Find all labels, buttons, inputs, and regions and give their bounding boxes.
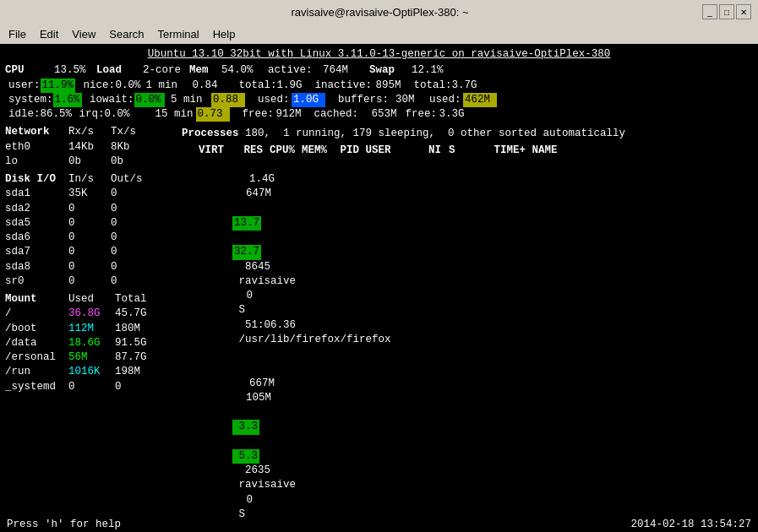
mount-run: /run 1016K 198M — [5, 365, 178, 379]
processes-count: 180, 1 running, 179 sleeping, 0 other so… — [239, 127, 626, 141]
mem-used-val: 1.0G — [292, 93, 325, 107]
iowait-val: 0.0% — [134, 93, 165, 107]
swap-used-label: used: — [429, 93, 463, 107]
left-panel: Network Rx/s Tx/s eth0 14Kb 8Kb lo 0b 0b… — [5, 125, 178, 532]
stats-row-1: CPU 13.5% Load 2-core Mem 54.0% active: … — [5, 63, 753, 78]
help-text: Press 'h' for help — [7, 518, 121, 530]
mount-systemd-used: 0 — [68, 380, 115, 394]
sr0-name: sr0 — [5, 274, 68, 289]
txs-header: Tx/s — [111, 125, 136, 139]
total-header: Total — [115, 292, 147, 307]
load-5min-val: 0.88 — [211, 93, 245, 107]
sr0-in: 0 — [68, 274, 111, 289]
mem-free-label: free: — [243, 107, 276, 122]
nice-val: 0.0% — [116, 79, 146, 93]
cpu-total: 13.5% — [54, 63, 96, 78]
swap-percent: 12.1% — [412, 63, 444, 78]
mount-root-name: / — [5, 307, 68, 321]
mount-data-used: 18.6G — [68, 336, 115, 350]
mount-personal: /ersonal 56M 87.7G — [5, 350, 178, 365]
mount-header-row: Mount Used Total — [5, 292, 178, 307]
sda7-out: 0 — [111, 245, 117, 259]
system-val: 1.6% — [53, 93, 82, 107]
idle-label: idle: — [5, 107, 41, 122]
mount-run-total: 198M — [115, 365, 140, 379]
mount-run-name: /run — [5, 365, 68, 379]
lo-name: lo — [5, 155, 68, 169]
subtitle: Ubuntu 13.10 32bit with Linux 3.11.0-13-… — [5, 47, 753, 62]
sda7-in: 0 — [68, 245, 111, 259]
menu-file[interactable]: File — [3, 26, 31, 42]
sda1-in: 35K — [68, 187, 111, 201]
eth0-tx: 8Kb — [111, 140, 130, 155]
menu-search[interactable]: Search — [104, 26, 149, 42]
mount-boot: /boot 112M 180M — [5, 322, 178, 336]
user-label: user: — [5, 79, 41, 93]
stats-row-3: system: 1.6% iowait: 0.0% 5 min 0.88 use… — [5, 93, 753, 107]
nice-label: nice: — [82, 79, 116, 93]
mount-run-used: 1016K — [68, 365, 115, 379]
buffers-label: buffers: — [338, 93, 395, 107]
sda6-in: 0 — [68, 231, 111, 245]
disk-sr0: sr0 0 0 — [5, 274, 178, 289]
outs-header: Out/s — [111, 172, 143, 187]
load-15min-val: 0.73 — [196, 107, 230, 122]
sda6-name: sda6 — [5, 231, 68, 245]
active-label: active: — [268, 63, 323, 78]
cached-val: 653M — [372, 107, 406, 122]
disk-sda1: sda1 35K 0 — [5, 187, 178, 201]
processes-label: Processes — [182, 127, 239, 141]
mem-percent: 54.0% — [221, 63, 268, 78]
stats-row-2: user: 11.9% nice: 0.0% 1 min 0.84 total:… — [5, 79, 753, 93]
mount-data-name: /data — [5, 336, 68, 350]
disk-header-row: Disk I/O In/s Out/s — [5, 172, 178, 187]
mount-data-total: 91.5G — [115, 336, 147, 350]
minimize-button[interactable]: _ — [702, 4, 717, 19]
mount-systemd-total: 0 — [115, 380, 122, 394]
middle-section: Network Rx/s Tx/s eth0 14Kb 8Kb lo 0b 0b… — [5, 125, 753, 532]
disk-sda5: sda5 0 0 — [5, 216, 178, 231]
network-label: Network — [5, 125, 68, 139]
swap-total-label: total: — [414, 79, 452, 93]
proc-row-1: 1.4G 647M 13.7 32.7 8645 ravisaive 0 S 5… — [182, 158, 753, 362]
irq-val: 0.0% — [105, 107, 155, 122]
eth0-rx: 14Kb — [68, 140, 111, 155]
network-lo: lo 0b 0b — [5, 155, 178, 169]
disk-sda2: sda2 0 0 — [5, 202, 178, 216]
sda5-out: 0 — [111, 216, 117, 231]
title-bar: ravisaive@ravisaive-OptiPlex-380: ~ _ □ … — [0, 0, 758, 24]
swap-free-label: free: — [406, 107, 439, 122]
ins-header: In/s — [68, 172, 111, 187]
stats-row-4: idle: 86.5% irq: 0.0% 15 min 0.73 free: … — [5, 107, 753, 122]
mount-boot-total: 180M — [115, 322, 140, 336]
window-controls[interactable]: _ □ ✕ — [702, 4, 751, 19]
sda2-out: 0 — [111, 202, 117, 216]
network-eth0: eth0 14Kb 8Kb — [5, 140, 178, 155]
mount-root-total: 45.7G — [115, 307, 147, 321]
rxs-header: Rx/s — [68, 125, 111, 139]
sda1-out: 0 — [111, 187, 117, 201]
menu-view[interactable]: View — [67, 26, 101, 42]
swap-label: Swap — [369, 63, 412, 78]
menu-terminal[interactable]: Terminal — [153, 26, 204, 42]
load-cores: 2-core — [143, 63, 189, 78]
datetime: 2014-02-18 13:54:27 — [630, 518, 751, 530]
sda8-name: sda8 — [5, 260, 68, 274]
menu-edit[interactable]: Edit — [35, 26, 63, 42]
user-val: 11.9% — [41, 79, 76, 93]
sda2-in: 0 — [68, 202, 111, 216]
processes-summary: Processes 180, 1 running, 179 sleeping, … — [182, 127, 753, 141]
irq-label: irq: — [78, 107, 105, 122]
maximize-button[interactable]: □ — [719, 4, 734, 19]
mem-total-val: 1.9G — [277, 79, 315, 93]
cpu-label: CPU — [5, 63, 54, 78]
active-val: 764M — [323, 63, 369, 78]
disk-sda6: sda6 0 0 — [5, 231, 178, 245]
load-label: Load — [96, 63, 143, 78]
mount-personal-total: 87.7G — [115, 350, 147, 365]
sda7-name: sda7 — [5, 245, 68, 259]
mount-boot-name: /boot — [5, 322, 68, 336]
menu-help[interactable]: Help — [208, 26, 241, 42]
sda5-in: 0 — [68, 216, 111, 231]
close-button[interactable]: ✕ — [736, 4, 751, 19]
